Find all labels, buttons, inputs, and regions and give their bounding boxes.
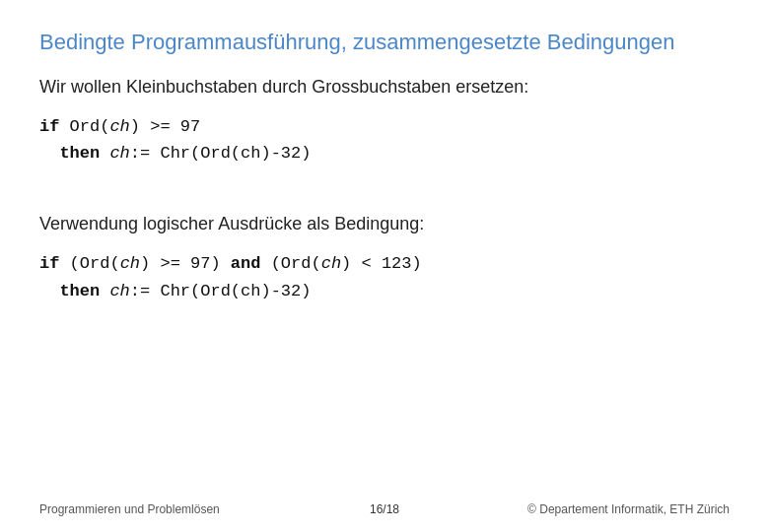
keyword-then-1: then xyxy=(59,144,100,163)
footer-right: © Departement Informatik, ETH Zürich xyxy=(527,502,730,516)
var-ch-3: ch xyxy=(120,254,140,273)
var-ch-5: ch xyxy=(109,282,129,300)
var-ch-2: ch xyxy=(109,144,129,163)
section2: Verwendung logischer Ausdrücke als Bedin… xyxy=(39,214,730,313)
code-text-1: Ord(ch) >= 97 xyxy=(59,117,200,136)
section2-code-line2: then ch:= Chr(Ord(ch)-32) xyxy=(39,278,730,304)
var-ch-4: ch xyxy=(321,254,341,273)
section1-code: if Ord(ch) >= 97 then ch:= Chr(Ord(ch)-3… xyxy=(39,113,730,166)
code-text-2: ch:= Chr(Ord(ch)-32) xyxy=(100,144,311,163)
keyword-and: and xyxy=(231,254,261,273)
section2-code-line1: if (Ord(ch) >= 97) and (Ord(ch) < 123) xyxy=(39,250,730,277)
keyword-if-1: if xyxy=(39,117,59,136)
slide-title: Bedingte Programmausführung, zusammenges… xyxy=(39,30,730,55)
slide: Bedingte Programmausführung, zusammenges… xyxy=(0,0,769,532)
section1-code-line1: if Ord(ch) >= 97 xyxy=(39,113,730,140)
code-text-5: ch:= Chr(Ord(ch)-32) xyxy=(100,282,311,300)
footer-left: Programmieren und Problemlösen xyxy=(39,502,220,516)
var-ch-1: ch xyxy=(109,117,129,136)
section2-code: if (Ord(ch) >= 97) and (Ord(ch) < 123) t… xyxy=(39,250,730,303)
section1: Wir wollen Kleinbuchstaben durch Grossbu… xyxy=(39,77,730,176)
section1-subtitle: Wir wollen Kleinbuchstaben durch Grossbu… xyxy=(39,77,730,98)
code-text-4: (Ord(ch) < 123) xyxy=(260,254,421,273)
keyword-if-2: if xyxy=(39,254,59,273)
footer-center: 16/18 xyxy=(370,502,399,516)
section1-code-line2: then ch:= Chr(Ord(ch)-32) xyxy=(39,140,730,166)
section2-subtitle: Verwendung logischer Ausdrücke als Bedin… xyxy=(39,214,730,234)
keyword-then-2: then xyxy=(59,282,100,300)
code-text-3: (Ord(ch) >= 97) xyxy=(59,254,230,273)
